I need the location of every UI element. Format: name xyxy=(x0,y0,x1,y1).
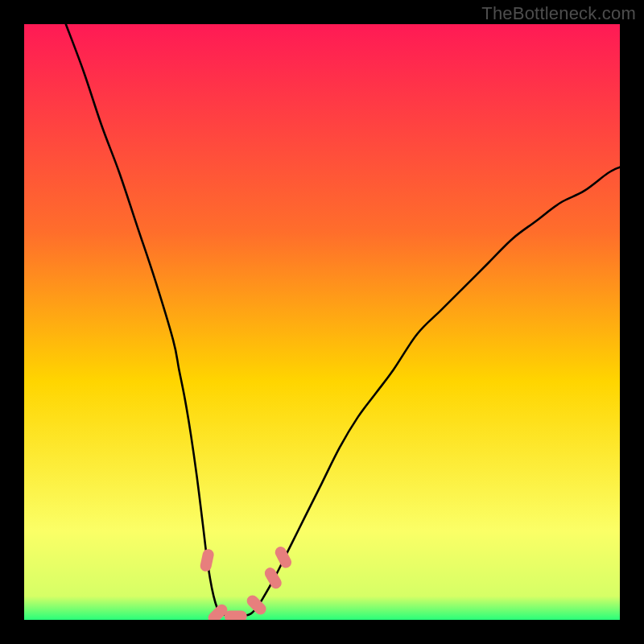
chart-background xyxy=(24,24,620,620)
watermark-text: TheBottleneck.com xyxy=(481,3,636,24)
bottleneck-chart xyxy=(24,24,620,620)
svg-rect-2 xyxy=(225,611,247,620)
curve-marker xyxy=(225,611,247,620)
chart-frame: TheBottleneck.com xyxy=(0,0,644,644)
